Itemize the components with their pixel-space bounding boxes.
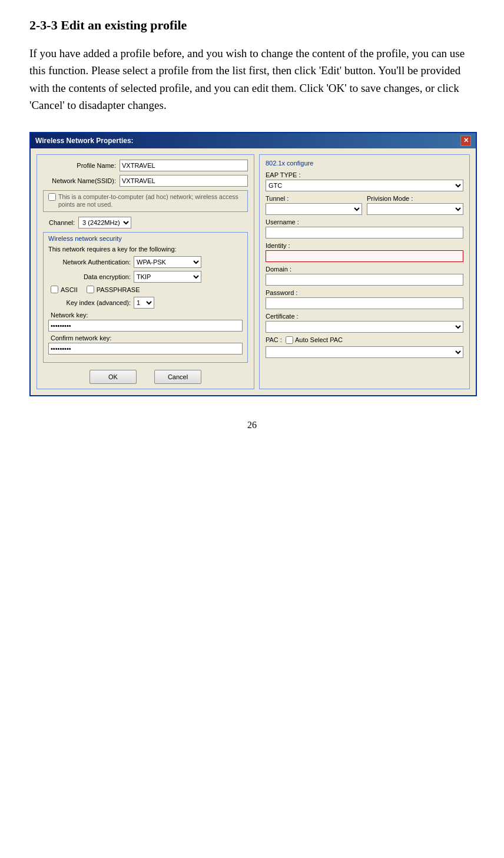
tunnel-col: Tunnel : — [266, 195, 362, 215]
keyindex-select[interactable]: 1 — [134, 297, 154, 309]
dialog-body: Profile Name: Network Name(SSID): This i… — [31, 148, 476, 395]
provision-col: Privision Mode : — [367, 195, 463, 215]
certificate-row: Certificate : — [266, 313, 463, 333]
passphrase-text: PASSPHRASE — [97, 286, 140, 293]
tunnel-label: Tunnel : — [266, 195, 362, 202]
left-panel: Profile Name: Network Name(SSID): This i… — [37, 154, 254, 389]
identity-label: Identity : — [266, 242, 463, 249]
right-title: 802.1x configure — [266, 160, 463, 167]
data-enc-select[interactable]: TKIP — [134, 271, 201, 283]
password-input[interactable] — [266, 297, 463, 309]
channel-select[interactable]: 3 (2422MHz) — [78, 217, 131, 228]
net-auth-label: Network Authentication: — [48, 259, 134, 266]
eap-type-label: EAP TYPE : — [266, 171, 463, 178]
pac-select[interactable] — [266, 346, 463, 358]
ssid-input[interactable] — [120, 175, 248, 187]
identity-input[interactable] — [266, 250, 463, 262]
pac-row: PAC : Auto Select PAC — [266, 336, 463, 344]
password-row: Password : — [266, 289, 463, 309]
right-panel: 802.1x configure EAP TYPE : GTC Tunnel :… — [259, 154, 470, 389]
passphrase-label[interactable]: PASSPHRASE — [87, 286, 140, 293]
dialog-titlebar: Wireless Network Properties: ✕ — [31, 133, 476, 148]
confirm-key-row: Confirm network key: — [48, 334, 243, 355]
certificate-select[interactable] — [266, 321, 463, 333]
tunnel-provision-row: Tunnel : Privision Mode : — [266, 195, 463, 215]
domain-input[interactable] — [266, 274, 463, 286]
adhoc-section: This is a computer-to-computer (ad hoc) … — [43, 190, 248, 212]
pac-auto-checkbox[interactable] — [286, 336, 293, 344]
password-label: Password : — [266, 289, 463, 296]
data-enc-label: Data encryption: — [48, 273, 134, 280]
data-enc-row: Data encryption: TKIP — [48, 271, 243, 283]
domain-row: Domain : — [266, 266, 463, 286]
pac-auto-label[interactable]: Auto Select PAC — [286, 336, 343, 344]
provision-label: Privision Mode : — [367, 195, 463, 202]
username-label: Username : — [266, 218, 463, 226]
channel-row: Channel: 3 (2422MHz) — [43, 217, 248, 228]
dialog-title: Wireless Network Properties: — [35, 137, 134, 145]
security-info: This network requires a key for the foll… — [48, 246, 243, 253]
confirm-key-label: Confirm network key: — [48, 334, 243, 342]
security-section: Wireless network security This network r… — [43, 232, 248, 363]
pac-auto-text: Auto Select PAC — [295, 336, 343, 343]
close-button[interactable]: ✕ — [460, 135, 471, 146]
netkey-row: Network key: — [48, 312, 243, 332]
profile-name-row: Profile Name: — [43, 160, 248, 171]
ascii-label[interactable]: ASCII — [51, 286, 78, 293]
username-input[interactable] — [266, 227, 463, 238]
ascii-text: ASCII — [61, 286, 78, 293]
ascii-checkbox[interactable] — [51, 286, 58, 293]
page-number: 26 — [29, 420, 475, 430]
netkey-input[interactable] — [48, 320, 243, 332]
encoding-checkbox-row: ASCII PASSPHRASE — [48, 286, 243, 293]
security-title: Wireless network security — [48, 235, 243, 242]
net-auth-row: Network Authentication: WPA-PSK — [48, 256, 243, 268]
ok-button[interactable]: OK — [89, 370, 137, 384]
ssid-row: Network Name(SSID): — [43, 175, 248, 187]
certificate-label: Certificate : — [266, 313, 463, 320]
keyindex-label: Key index (advanced): — [48, 299, 134, 306]
keyindex-row: Key index (advanced): 1 — [48, 297, 243, 309]
username-row: Username : — [266, 218, 463, 238]
pac-label: PAC : — [266, 336, 282, 343]
cancel-button[interactable]: Cancel — [154, 370, 201, 384]
domain-label: Domain : — [266, 266, 463, 273]
confirm-key-input[interactable] — [48, 343, 243, 355]
passphrase-checkbox[interactable] — [87, 286, 94, 293]
intro-text: If you have added a profile before, and … — [29, 45, 475, 114]
tunnel-select[interactable] — [266, 203, 362, 215]
eap-type-select[interactable]: GTC — [266, 180, 463, 191]
page-heading: 2-3-3 Edit an existing profile — [29, 18, 475, 33]
channel-label: Channel: — [49, 219, 75, 226]
provision-select[interactable] — [367, 203, 463, 215]
net-auth-select[interactable]: WPA-PSK — [134, 256, 201, 268]
buttons-row: OK Cancel — [43, 370, 248, 384]
profile-name-input[interactable] — [120, 160, 248, 171]
netkey-label: Network key: — [48, 312, 243, 319]
identity-row: Identity : — [266, 242, 463, 262]
profile-name-label: Profile Name: — [43, 162, 120, 169]
adhoc-label[interactable]: This is a computer-to-computer (ad hoc) … — [48, 193, 243, 209]
dialog-window: Wireless Network Properties: ✕ Profile N… — [29, 132, 477, 396]
adhoc-text: This is a computer-to-computer (ad hoc) … — [58, 193, 243, 209]
adhoc-checkbox[interactable] — [48, 193, 56, 201]
ssid-label: Network Name(SSID): — [43, 177, 120, 184]
eap-type-row: EAP TYPE : GTC — [266, 171, 463, 191]
